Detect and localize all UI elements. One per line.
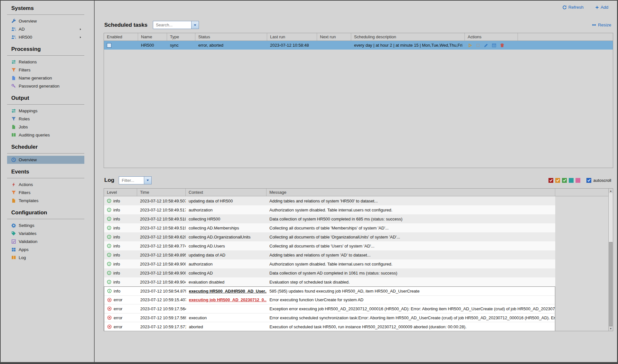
tasks-column-header-name[interactable]: Name bbox=[138, 33, 167, 41]
log-row[interactable]: info2023-07-12 10:58:49.620collecting AD… bbox=[104, 232, 555, 241]
log-row[interactable]: info2023-07-12 10:58:49.507updating data… bbox=[104, 196, 555, 205]
plus-icon bbox=[595, 5, 599, 9]
sidebar-item-apps[interactable]: Apps bbox=[7, 246, 84, 254]
tasks-column-header-last-run[interactable]: Last run bbox=[267, 33, 317, 41]
tasks-column-header-type[interactable]: Type bbox=[167, 33, 195, 41]
sidebar-item-log[interactable]: Log bbox=[7, 254, 84, 262]
error-icon bbox=[107, 324, 112, 329]
gear-icon bbox=[11, 223, 16, 228]
log-row[interactable]: info2023-07-12 10:58:49.518collecting HR… bbox=[104, 214, 555, 223]
sidebar-item-name-generation[interactable]: Name generation bbox=[7, 74, 84, 82]
resize-button[interactable]: Resize bbox=[592, 23, 611, 27]
log-filter-error-checkbox[interactable] bbox=[548, 178, 553, 183]
users-icon bbox=[11, 27, 16, 32]
log-filter-debug-checkbox[interactable] bbox=[569, 178, 574, 183]
tasks-search-input[interactable] bbox=[153, 21, 191, 29]
log-row[interactable]: error2023-07-12 10:59:17.564Exception er… bbox=[104, 304, 555, 313]
funnel-icon bbox=[11, 117, 16, 121]
book-icon bbox=[11, 133, 16, 137]
sidebar-item-filters[interactable]: Filters bbox=[7, 66, 84, 74]
sidebar-item-mappings[interactable]: Mappings bbox=[7, 107, 84, 115]
sidebar-item-filters[interactable]: Filters bbox=[7, 189, 84, 197]
log-row[interactable]: info2023-07-12 10:58:49.904evaluation di… bbox=[104, 277, 555, 286]
tasks-search-dropdown-button[interactable] bbox=[191, 21, 199, 29]
resize-label: Resize bbox=[598, 23, 611, 27]
sidebar-item-jobs[interactable]: Jobs bbox=[7, 123, 84, 131]
log-row[interactable]: info2023-07-12 10:58:49.895updating data… bbox=[104, 250, 555, 259]
tasks-column-header-scheduling-description[interactable]: Scheduling description bbox=[351, 33, 465, 41]
log-filter-input[interactable] bbox=[119, 177, 144, 184]
chevron-right-icon[interactable] bbox=[79, 36, 82, 39]
log-message: 585 (585) updates found executing job HR… bbox=[267, 289, 555, 294]
info-icon bbox=[107, 280, 111, 284]
sidebar-item-roles[interactable]: Roles bbox=[7, 115, 84, 123]
autoscroll-checkbox[interactable] bbox=[586, 178, 591, 183]
sidebar-item-templates[interactable]: Templates bbox=[7, 197, 84, 205]
log-column-header-context[interactable]: Context bbox=[186, 189, 267, 196]
delete-button[interactable] bbox=[500, 43, 504, 48]
sidebar-item-settings[interactable]: Settings bbox=[7, 221, 84, 229]
task-enabled-checkbox[interactable] bbox=[107, 43, 111, 48]
log-row[interactable]: info2023-07-12 10:58:49.517authorization… bbox=[104, 205, 555, 214]
refresh-button[interactable]: Refresh bbox=[562, 5, 584, 10]
sidebar-section-title: Scheduler bbox=[11, 144, 94, 150]
sidebar-item-variables[interactable]: Variables bbox=[7, 229, 84, 238]
log-message: Collecting all documents of table 'Organ… bbox=[267, 235, 555, 239]
page-icon bbox=[11, 125, 16, 129]
page-icon bbox=[11, 76, 16, 80]
log-filter-info-checkbox[interactable] bbox=[562, 178, 567, 183]
log-scrollbar[interactable]: ▲ ▼ bbox=[608, 189, 613, 331]
info-icon bbox=[107, 271, 111, 275]
log-context-link[interactable]: executing job HR500_AD_20230712_0... bbox=[189, 297, 267, 302]
run-button[interactable] bbox=[468, 43, 472, 48]
tasks-column-header-status[interactable]: Status bbox=[195, 33, 267, 41]
sidebar-item-hr500[interactable]: HR500 bbox=[7, 33, 84, 41]
check-icon bbox=[563, 178, 566, 182]
log-context-link[interactable]: executing HR500_AD/HR500_AD_User... bbox=[189, 289, 267, 294]
tasks-column-header-enabled[interactable]: Enabled bbox=[104, 33, 138, 41]
log-row[interactable]: info2023-07-12 10:58:49.900authorization… bbox=[104, 259, 555, 268]
sidebar-item-relations[interactable]: Relations bbox=[7, 58, 84, 66]
sidebar-item-actions[interactable]: Actions bbox=[7, 181, 84, 189]
stop-button[interactable] bbox=[476, 43, 480, 48]
log-filter-trace-checkbox[interactable] bbox=[576, 178, 580, 183]
sidebar-item-label: Templates bbox=[19, 198, 39, 203]
log-column-header-time[interactable]: Time bbox=[137, 189, 186, 196]
scrollbar-down-button[interactable]: ▼ bbox=[609, 326, 613, 331]
chevron-right-icon[interactable] bbox=[79, 28, 82, 31]
log-row[interactable]: info2023-07-12 10:58:54.879executing HR5… bbox=[104, 287, 555, 296]
sidebar-section-title: Output bbox=[11, 95, 94, 101]
add-button[interactable]: Add bbox=[595, 5, 608, 10]
sidebar-section-title: Configuration bbox=[11, 210, 94, 216]
task-row[interactable]: HR500syncerror, aborted2023-07-12 10:58:… bbox=[104, 41, 613, 50]
log-row[interactable]: info2023-07-12 10:58:49.900collecting AD… bbox=[104, 268, 555, 277]
log-time: 2023-07-12 10:58:49.900 bbox=[137, 271, 186, 275]
edit-button[interactable] bbox=[484, 43, 488, 48]
log-row[interactable]: error2023-07-12 10:59:17.571abortedExecu… bbox=[104, 322, 555, 331]
sidebar-item-overview[interactable]: Overview bbox=[7, 156, 84, 164]
log-row[interactable]: error2023-07-12 10:59:15.407executing jo… bbox=[104, 296, 555, 305]
scrollbar-thumb[interactable] bbox=[609, 242, 613, 326]
tasks-column-header-actions[interactable]: Actions bbox=[465, 33, 518, 41]
log-column-header-level[interactable]: Level bbox=[104, 189, 137, 196]
view-table-button[interactable] bbox=[492, 43, 496, 48]
log-column-header-message[interactable]: Message bbox=[267, 189, 555, 196]
log-row[interactable]: info2023-07-12 10:58:49.519collecting AD… bbox=[104, 223, 555, 232]
chevron-down-icon bbox=[146, 178, 150, 182]
tasks-column-header-next-run[interactable]: Next run bbox=[317, 33, 351, 41]
log-filter-combo bbox=[119, 176, 152, 184]
tasks-table-body: HR500syncerror, aborted2023-07-12 10:58:… bbox=[104, 41, 613, 50]
sidebar-item-overview[interactable]: Overview bbox=[7, 17, 84, 25]
log-filter-dropdown-button[interactable] bbox=[144, 177, 151, 184]
sidebar-item-password-generation[interactable]: Password generation bbox=[7, 82, 84, 90]
log-level-label: info bbox=[113, 226, 120, 230]
log-row[interactable]: info2023-07-12 10:58:49.774collecting AD… bbox=[104, 241, 555, 250]
task-last-run: 2023-07-12 10:58:48 bbox=[267, 43, 317, 48]
log-row[interactable]: error2023-07-12 10:59:17.569executionErr… bbox=[104, 313, 555, 322]
log-title: Log bbox=[104, 177, 114, 183]
log-filter-warning-checkbox[interactable] bbox=[555, 178, 560, 183]
sidebar-item-validation[interactable]: Validation bbox=[7, 238, 84, 246]
sidebar-item-ad[interactable]: AD bbox=[7, 25, 84, 33]
sidebar-item-auditing-queries[interactable]: Auditing queries bbox=[7, 131, 84, 139]
scrollbar-up-button[interactable]: ▲ bbox=[609, 189, 613, 193]
